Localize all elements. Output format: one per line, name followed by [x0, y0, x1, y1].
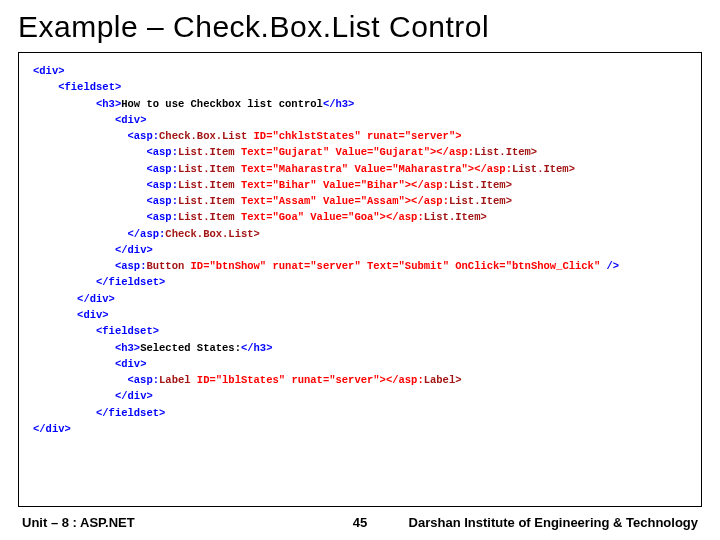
code-example-box: <div> <fieldset> <h3>How to use Checkbox… — [18, 52, 702, 507]
footer-institute: Darshan Institute of Engineering & Techn… — [409, 515, 698, 530]
code-content: <div> <fieldset> <h3>How to use Checkbox… — [33, 63, 687, 437]
slide-footer: Unit – 8 : ASP.NET 45 Darshan Institute … — [18, 507, 702, 540]
footer-page-number: 45 — [353, 515, 367, 530]
slide-title: Example – Check.Box.List Control — [18, 10, 702, 44]
footer-unit: Unit – 8 : ASP.NET — [22, 515, 135, 530]
slide: Example – Check.Box.List Control <div> <… — [0, 0, 720, 540]
